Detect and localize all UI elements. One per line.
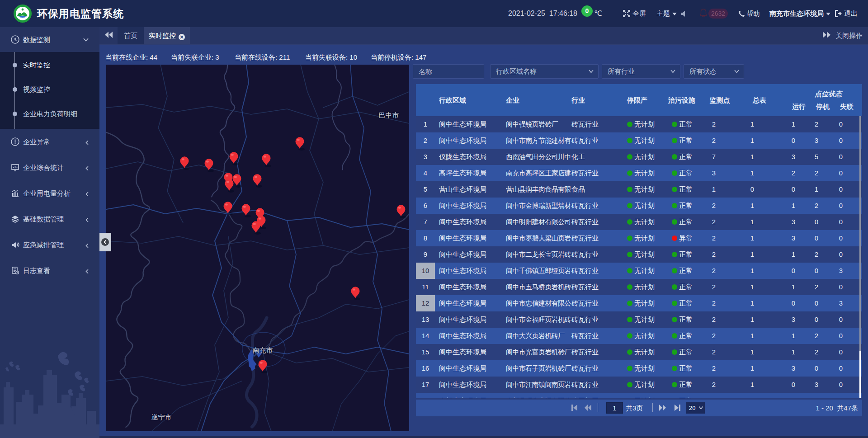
row-number-cell[interactable]: 12 bbox=[416, 295, 435, 311]
row-number-cell[interactable]: 1 bbox=[416, 116, 435, 132]
tab-realtime-monitor[interactable]: 实时监控✕ bbox=[144, 27, 190, 44]
col-header-running[interactable]: 运行 bbox=[792, 101, 806, 112]
row-number-cell[interactable]: 18 bbox=[416, 393, 435, 398]
tab-close-icon[interactable]: ✕ bbox=[179, 34, 185, 40]
row-number-cell[interactable]: 14 bbox=[416, 328, 435, 344]
status-select[interactable]: 所有状态 bbox=[684, 64, 744, 79]
help-button[interactable]: 帮助 bbox=[746, 0, 760, 27]
sidebar-item-5[interactable]: 应急减排管理 bbox=[0, 232, 99, 258]
map-pin-14[interactable] bbox=[397, 205, 406, 218]
fullscreen-icon[interactable] bbox=[623, 9, 631, 18]
row-number-cell[interactable]: 11 bbox=[416, 279, 435, 295]
first-page-button[interactable] bbox=[571, 405, 577, 411]
close-actions-button[interactable]: 关闭操作 bbox=[835, 27, 863, 44]
map-pin-8[interactable] bbox=[253, 174, 263, 188]
sidebar-subitem-0-1[interactable]: 视频监控 bbox=[0, 77, 99, 102]
row-number-cell[interactable]: 16 bbox=[416, 360, 435, 377]
table-row-13[interactable]: 13阆中生态环境局阆中市金福旺页岩机砖砖瓦行业无计划正常21300 bbox=[416, 311, 862, 328]
map-pin-13[interactable] bbox=[252, 221, 261, 235]
map-pin-3[interactable] bbox=[262, 154, 272, 167]
sidebar-item-6[interactable]: 日志查看 bbox=[0, 258, 99, 283]
region-select[interactable]: 行政区域名称 bbox=[490, 64, 599, 79]
map-pin-16[interactable] bbox=[259, 360, 268, 373]
map-pin-15[interactable] bbox=[351, 287, 361, 300]
map-panel[interactable]: 巴中市南充市遂宁市 bbox=[106, 65, 409, 431]
map-pin-0[interactable] bbox=[180, 156, 190, 170]
col-header-points[interactable]: 监测点 bbox=[710, 84, 730, 116]
next-page-button[interactable] bbox=[659, 405, 666, 411]
table-row-1[interactable]: 1阆中生态环境局阆中强锐页岩砖厂砖瓦行业无计划正常21120 bbox=[416, 116, 862, 132]
col-header-facility[interactable]: 治污设施 bbox=[668, 84, 695, 116]
map-pin-10[interactable] bbox=[242, 204, 251, 217]
map-pin-6[interactable] bbox=[233, 174, 242, 188]
alarm-bell-icon[interactable] bbox=[700, 9, 707, 18]
page-size-select[interactable]: 20 bbox=[686, 402, 705, 414]
tab-home[interactable]: 首页 bbox=[118, 27, 144, 44]
row-number-cell[interactable]: 13 bbox=[416, 311, 435, 328]
sidebar-item-0[interactable]: 数据监测 bbox=[0, 27, 99, 52]
row-number-cell[interactable]: 4 bbox=[416, 165, 435, 181]
page-number-input[interactable]: 1 bbox=[606, 402, 623, 414]
map-pin-7[interactable] bbox=[225, 179, 235, 193]
table-scrollbar-thumb[interactable] bbox=[859, 351, 861, 398]
table-row-12[interactable]: 12阆中生态环境局阆中市忠信建材有限公砖瓦行业无计划正常21003 bbox=[416, 295, 862, 311]
row-number-cell[interactable]: 8 bbox=[416, 230, 435, 246]
tabs-scroll-right-button[interactable] bbox=[817, 27, 835, 44]
col-header-industry[interactable]: 行业 bbox=[571, 84, 585, 116]
status-dot-icon bbox=[627, 382, 632, 387]
sidebar-subitem-0-2[interactable]: 企业电力负荷明细 bbox=[0, 102, 99, 126]
row-number-cell[interactable]: 10 bbox=[416, 263, 435, 279]
table-row-11[interactable]: 11阆中生态环境局阆中市五马桥页岩机砖砖瓦行业无计划正常21120 bbox=[416, 279, 862, 295]
table-row-3[interactable]: 3仪陇生态环境局西南油气田分公司川中化工无计划正常71350 bbox=[416, 149, 862, 165]
col-header-region[interactable]: 行政区域 bbox=[439, 84, 466, 116]
sidebar-subitem-0-0[interactable]: 实时监控 bbox=[0, 53, 99, 77]
facility-label: 正常 bbox=[679, 169, 693, 177]
table-row-8[interactable]: 8阆中生态环境局阆中市枣碧大梁山页岩砖瓦行业无计划异常21300 bbox=[416, 230, 862, 246]
table-row-15[interactable]: 15阆中生态环境局阆中市光富页岩机砖厂砖瓦行业无计划正常21120 bbox=[416, 344, 862, 360]
table-row-9[interactable]: 9阆中生态环境局阆中市二龙长宝页岩砖砖瓦行业无计划正常21120 bbox=[416, 246, 862, 263]
map-feature bbox=[332, 65, 350, 170]
row-number-cell[interactable]: 6 bbox=[416, 198, 435, 214]
table-row-4[interactable]: 4高坪生态环境局南充市高坪区王家店建砖瓦行业无计划正常31220 bbox=[416, 165, 862, 181]
table-row-6[interactable]: 6阆中生态环境局阆中市金博瑞新型墙材砖瓦行业无计划正常21120 bbox=[416, 198, 862, 214]
row-number-cell[interactable]: 5 bbox=[416, 181, 435, 198]
speaker-muted-icon[interactable] bbox=[681, 10, 688, 17]
table-row-10[interactable]: 10阆中生态环境局阆中千佛镇五郎垭页岩砖瓦行业无计划正常21003 bbox=[416, 263, 862, 279]
sidebar-item-3[interactable]: 企业用电量分析 bbox=[0, 180, 99, 206]
table-row-18[interactable]: 18南部生态环境局南部县砡华水泥有限公碎石加工无计划正常60060 bbox=[416, 393, 862, 398]
industry-select[interactable]: 所有行业 bbox=[602, 64, 680, 79]
map-collapse-button[interactable] bbox=[99, 233, 111, 251]
search-name-input[interactable] bbox=[413, 64, 484, 79]
fullscreen-button[interactable]: 全屏 bbox=[632, 0, 646, 27]
row-number-cell[interactable]: 3 bbox=[416, 149, 435, 165]
col-header-company[interactable]: 企业 bbox=[506, 84, 519, 116]
sidebar-item-2[interactable]: 企业综合统计 bbox=[0, 155, 99, 180]
row-number-cell[interactable]: 2 bbox=[416, 132, 435, 149]
map-pin-4[interactable] bbox=[296, 137, 305, 151]
sidebar-item-4[interactable]: 基础数据管理 bbox=[0, 206, 99, 232]
facility-label: 正常 bbox=[679, 283, 693, 291]
prev-page-button[interactable] bbox=[585, 405, 591, 411]
table-row-5[interactable]: 5营山生态环境局营山县润丰肉食品有限食品无计划正常10010 bbox=[416, 181, 862, 198]
row-number-cell[interactable]: 9 bbox=[416, 246, 435, 263]
table-row-17[interactable]: 17阆中生态环境局阆中市江南镇阆南页岩砖瓦行业无计划正常21030 bbox=[416, 377, 862, 393]
theme-dropdown[interactable]: 主题 bbox=[656, 0, 677, 27]
row-number-cell[interactable]: 17 bbox=[416, 377, 435, 393]
tabs-scroll-left-button[interactable] bbox=[99, 27, 118, 44]
col-header-stopped[interactable]: 停机 bbox=[816, 101, 830, 112]
org-dropdown[interactable]: 南充市生态环境局 bbox=[769, 0, 830, 27]
row-number-cell[interactable]: 7 bbox=[416, 214, 435, 230]
table-row-16[interactable]: 16阆中生态环境局阆中市石子页岩机砖厂砖瓦行业无计划正常21300 bbox=[416, 360, 862, 377]
col-header-production[interactable]: 停限产 bbox=[627, 84, 647, 116]
table-row-2[interactable]: 2阆中生态环境局阆中市南方节能建材有砖瓦行业无计划正常21030 bbox=[416, 132, 862, 149]
row-number-cell[interactable]: 15 bbox=[416, 344, 435, 360]
table-row-7[interactable]: 7阆中生态环境局阆中明阳建材有限公司砖瓦行业无计划正常21300 bbox=[416, 214, 862, 230]
map-pin-2[interactable] bbox=[230, 152, 239, 165]
logout-button[interactable]: 退出 bbox=[844, 0, 858, 27]
last-page-button[interactable] bbox=[675, 405, 680, 411]
map-pin-1[interactable] bbox=[205, 159, 214, 172]
sidebar-item-1[interactable]: 企业异常 bbox=[0, 129, 99, 155]
table-row-14[interactable]: 14阆中生态环境局阆中大兴页岩机砖厂砖瓦行业无计划正常21120 bbox=[416, 328, 862, 344]
col-header-offline[interactable]: 失联 bbox=[840, 101, 854, 112]
col-header-meters[interactable]: 总表 bbox=[753, 84, 766, 116]
